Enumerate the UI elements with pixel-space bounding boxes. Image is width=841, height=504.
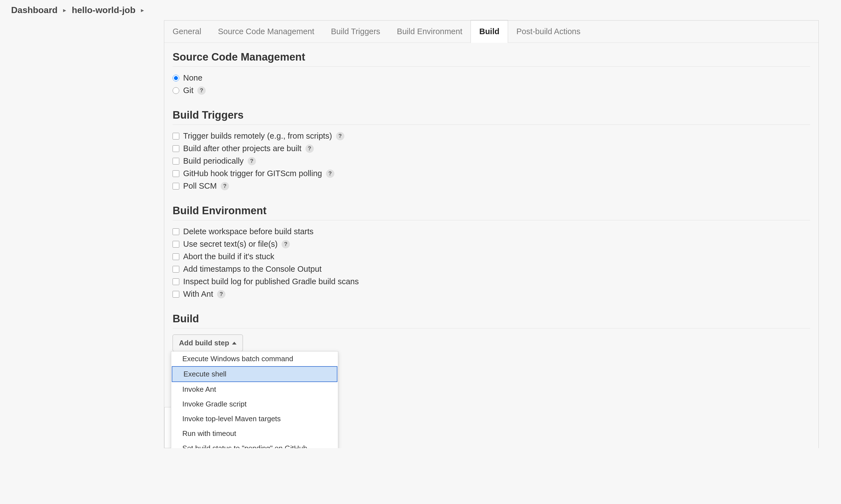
option-label: GitHub hook trigger for GITScm polling <box>183 169 322 178</box>
dropdown-item-run-timeout[interactable]: Run with timeout <box>171 426 338 441</box>
caret-up-icon <box>232 342 236 344</box>
option-label: Poll SCM <box>183 181 217 191</box>
dropdown-item-invoke-ant[interactable]: Invoke Ant <box>171 382 338 397</box>
config-panel: General Source Code Management Build Tri… <box>164 20 819 448</box>
breadcrumb-job[interactable]: hello-world-job <box>72 5 135 15</box>
trigger-poll[interactable]: Poll SCM ? <box>173 180 810 192</box>
radio-scm-git[interactable] <box>173 87 179 94</box>
dropdown-item-invoke-gradle[interactable]: Invoke Gradle script <box>171 397 338 412</box>
breadcrumb-root[interactable]: Dashboard <box>11 5 57 15</box>
option-label: Abort the build if it's stuck <box>183 252 274 261</box>
add-build-step-button[interactable]: Add build step <box>173 335 243 352</box>
chevron-right-icon: ▸ <box>63 7 66 14</box>
checkbox-trigger-periodic[interactable] <box>173 158 179 164</box>
help-icon[interactable]: ? <box>305 144 314 153</box>
option-label: None <box>183 73 202 83</box>
option-label: Add timestamps to the Console Output <box>183 265 322 274</box>
help-icon[interactable]: ? <box>248 157 256 165</box>
breadcrumb: Dashboard ▸ hello-world-job ▸ <box>0 0 841 20</box>
trigger-options: Trigger builds remotely (e.g., from scri… <box>173 130 810 192</box>
option-label: Delete workspace before build starts <box>183 227 314 236</box>
help-icon[interactable]: ? <box>336 132 344 140</box>
help-icon[interactable]: ? <box>197 86 205 95</box>
tab-scm[interactable]: Source Code Management <box>210 21 323 42</box>
tab-postbuild[interactable]: Post-build Actions <box>508 21 589 42</box>
dropdown-item-execute-shell[interactable]: Execute shell <box>172 366 337 382</box>
env-secret[interactable]: Use secret text(s) or file(s) ? <box>173 238 810 250</box>
checkbox-env-ant[interactable] <box>173 291 179 298</box>
checkbox-env-delete[interactable] <box>173 228 179 235</box>
trigger-periodic[interactable]: Build periodically ? <box>173 155 810 167</box>
dropdown-item-invoke-maven[interactable]: Invoke top-level Maven targets <box>171 412 338 426</box>
add-build-step-label: Add build step <box>179 339 229 347</box>
option-label: Build periodically <box>183 157 244 166</box>
checkbox-trigger-after[interactable] <box>173 145 179 152</box>
dropdown-item-github-status[interactable]: Set build status to "pending" on GitHub … <box>171 441 338 448</box>
checkbox-env-gradle[interactable] <box>173 278 179 285</box>
section-title-build: Build <box>173 313 810 328</box>
help-icon[interactable]: ? <box>282 240 290 248</box>
scm-options: None Git ? <box>173 72 810 97</box>
option-label: Trigger builds remotely (e.g., from scri… <box>183 131 332 141</box>
build-step-dropdown: Execute Windows batch command Execute sh… <box>171 351 338 448</box>
trigger-remote[interactable]: Trigger builds remotely (e.g., from scri… <box>173 130 810 142</box>
env-timestamps[interactable]: Add timestamps to the Console Output <box>173 263 810 275</box>
checkbox-trigger-remote[interactable] <box>173 133 179 140</box>
section-title-scm: Source Code Management <box>173 51 810 67</box>
radio-scm-none[interactable] <box>173 75 179 82</box>
help-icon[interactable]: ? <box>326 169 334 178</box>
option-label: Build after other projects are built <box>183 144 302 153</box>
checkbox-trigger-github[interactable] <box>173 170 179 177</box>
option-label: Inspect build log for published Gradle b… <box>183 277 359 286</box>
section-title-env: Build Environment <box>173 205 810 220</box>
checkbox-env-secret[interactable] <box>173 241 179 248</box>
tab-build[interactable]: Build <box>470 20 508 43</box>
scm-option-git[interactable]: Git ? <box>173 84 810 97</box>
help-icon[interactable]: ? <box>221 182 229 190</box>
chevron-right-icon: ▸ <box>141 7 144 14</box>
option-label: Git <box>183 86 193 95</box>
env-delete-workspace[interactable]: Delete workspace before build starts <box>173 225 810 238</box>
option-label: With Ant <box>183 289 213 299</box>
tab-general[interactable]: General <box>164 21 210 42</box>
checkbox-trigger-poll[interactable] <box>173 183 179 190</box>
trigger-github[interactable]: GitHub hook trigger for GITScm polling ? <box>173 167 810 180</box>
checkbox-env-timestamps[interactable] <box>173 266 179 273</box>
scm-option-none[interactable]: None <box>173 72 810 84</box>
tab-env[interactable]: Build Environment <box>389 21 470 42</box>
trigger-after[interactable]: Build after other projects are built ? <box>173 142 810 155</box>
env-options: Delete workspace before build starts Use… <box>173 225 810 300</box>
dropdown-item-windows-batch[interactable]: Execute Windows batch command <box>171 352 338 366</box>
checkbox-env-abort[interactable] <box>173 253 179 260</box>
config-tabs: General Source Code Management Build Tri… <box>164 21 819 43</box>
env-abort[interactable]: Abort the build if it's stuck <box>173 250 810 263</box>
env-gradle[interactable]: Inspect build log for published Gradle b… <box>173 275 810 288</box>
tab-triggers[interactable]: Build Triggers <box>323 21 389 42</box>
help-icon[interactable]: ? <box>217 290 226 299</box>
option-label: Use secret text(s) or file(s) <box>183 239 278 249</box>
section-title-triggers: Build Triggers <box>173 109 810 125</box>
env-ant[interactable]: With Ant ? <box>173 288 810 300</box>
